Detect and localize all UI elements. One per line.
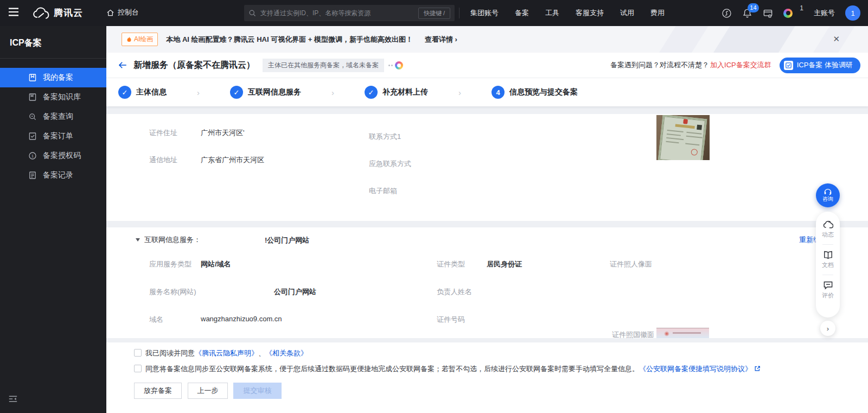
navbar-divider (459, 8, 459, 18)
sidebar-title: ICP备案 (0, 26, 106, 59)
expand-toolbar-chevron-icon[interactable]: › (820, 321, 835, 336)
page-header: 新增服务（原备案不在腾讯云） 主体已在其他服务商备案，域名未备案 备案遇到问题？… (106, 53, 868, 78)
ai-sparkle-icon[interactable] (388, 61, 403, 69)
sidebar-item-knowledge-base[interactable]: 备案知识库 (0, 87, 106, 107)
svg-text:1: 1 (31, 154, 34, 158)
survey-icon (784, 61, 793, 70)
email-label: 电子邮箱 (369, 186, 397, 196)
toolbar-item-docs[interactable]: 文档 (822, 250, 834, 269)
cert-address-value: 广州市天河区' (201, 128, 244, 138)
toolbar-item-feedback[interactable]: 评价 (822, 281, 834, 300)
sidebar-item-filing-query[interactable]: 备案查询 (0, 107, 106, 126)
search-icon (248, 9, 257, 17)
page-title: 新增服务（原备案不在腾讯云） (133, 60, 255, 71)
step-internet-service[interactable]: ✓ 互联网信息服务 (230, 86, 301, 99)
sidebar-item-filing-records[interactable]: 备案记录 (0, 166, 106, 185)
previous-step-button[interactable]: 上一步 (188, 383, 228, 399)
cert-type-value: 居民身份证 (487, 259, 522, 269)
survey-button[interactable]: ICP备案 体验调研 (780, 58, 860, 73)
privacy-statement-link[interactable]: 《腾讯云隐私声明》 (195, 349, 258, 357)
step-indicator: ✓ 主体信息 › ✓ 互联网信息服务 › ✓ 补充材料上传 › 4 信息预览与提… (106, 78, 868, 106)
step-number: 4 (492, 86, 505, 99)
close-icon[interactable]: ✕ (833, 35, 840, 43)
abandon-filing-button[interactable]: 放弃备案 (134, 383, 182, 399)
order-check-icon (28, 132, 37, 141)
collapse-sidebar-icon[interactable] (9, 395, 17, 404)
brand-text: 腾讯云 (54, 7, 83, 19)
back-arrow-icon[interactable] (118, 61, 127, 69)
sidebar-item-auth-code[interactable]: 1 备案授权码 (0, 146, 106, 166)
step-done-check-icon: ✓ (118, 86, 131, 99)
banner-decoration (710, 26, 799, 53)
menu-icon[interactable] (8, 7, 20, 18)
cert-type-label: 证件类型 (437, 259, 465, 269)
sidebar-item-filing-orders[interactable]: 备案订单 (0, 126, 106, 146)
step-chevron-icon: › (197, 88, 200, 97)
floating-toolbar: 动态 文档 评价 (816, 212, 840, 317)
related-terms-link[interactable]: 《相关条款》 (265, 349, 308, 357)
promo-banner: AI绘画 本地 AI 绘画配置难？腾讯云 HAI 可视化界面 + 模型微调，新手… (106, 26, 868, 53)
privacy-agreement-row: 我已阅读并同意《腾讯云隐私声明》、《相关条款》 (134, 348, 308, 358)
account-label[interactable]: 主账号 (814, 8, 835, 18)
step-material-upload[interactable]: ✓ 补充材料上传 (365, 86, 428, 99)
notification-bell-icon[interactable]: 14 (742, 8, 752, 18)
banner-decoration (655, 26, 712, 53)
business-license-photo[interactable] (656, 115, 710, 160)
nav-item-group-account[interactable]: 集团账号 (462, 8, 507, 18)
console-link[interactable]: 控制台 (106, 8, 139, 17)
voice-assistant-icon[interactable] (722, 8, 732, 18)
cloud-sync-icon (823, 220, 833, 229)
banner-details-link[interactable]: 查看详情 › (425, 35, 457, 45)
nav-item-beian[interactable]: 备案 (507, 8, 537, 18)
step-chevron-icon: › (458, 88, 461, 97)
app-type-label: 应用服务类型 (149, 259, 192, 269)
portrait-photo-label: 证件照人像面 (610, 259, 652, 269)
headset-icon (824, 188, 832, 195)
police-filing-protocol-link[interactable]: 《公安联网备案便捷填写说明协议》 (639, 365, 752, 373)
header-right: 备案遇到问题？对流程不清楚？ 加入ICP备案交流群 ICP备案 体验调研 (610, 58, 860, 73)
id-card-emblem-photo[interactable] (656, 328, 709, 338)
sidebar-item-my-filings[interactable]: 我的备案 (0, 68, 106, 87)
cert-number-label: 证件号码 (437, 315, 465, 325)
service-name-label: 服务名称(网站) (149, 287, 196, 297)
global-search-input[interactable] (260, 9, 418, 17)
console-settings-icon[interactable] (763, 8, 773, 18)
join-group-link[interactable]: 加入ICP备案交流群 (710, 60, 771, 70)
filing-type-badge: 主体已在其他服务商备案，域名未备案 (263, 59, 384, 72)
bookmark-icon (28, 73, 37, 82)
nav-item-billing[interactable]: 费用 (642, 8, 673, 18)
nav-item-support[interactable]: 客服支持 (567, 8, 612, 18)
nav-item-trial[interactable]: 试用 (612, 8, 642, 18)
consult-label: 咨询 (822, 195, 833, 203)
flame-icon (126, 36, 132, 43)
contact1-label: 联系方式1 (369, 132, 401, 142)
toolbar-divider (822, 275, 833, 275)
agreement1-text: 我已阅读并同意 (145, 349, 195, 357)
service-section-toggle[interactable]: 互联网信息服务： (136, 235, 201, 245)
nav-item-tools[interactable]: 工具 (537, 8, 567, 18)
toolbar-item-dynamic[interactable]: 动态 (822, 220, 834, 239)
ai-assistant-icon[interactable] (783, 9, 793, 18)
comment-icon (823, 281, 833, 290)
step-done-check-icon: ✓ (230, 86, 243, 99)
tencent-cloud-logo[interactable]: 腾讯云 (33, 7, 83, 19)
step-preview-submit[interactable]: 4 信息预览与提交备案 (492, 86, 578, 99)
global-search: 快捷键 / (244, 5, 455, 21)
help-text: 备案遇到问题？对流程不清楚？ (610, 60, 709, 70)
triangle-down-icon (136, 238, 140, 242)
ai-paint-badge[interactable]: AI绘画 (122, 33, 158, 46)
step-subject-info[interactable]: ✓ 主体信息 (118, 86, 167, 99)
new-feature-count: 1 (800, 4, 803, 12)
account-avatar[interactable]: 1 (845, 5, 860, 21)
privacy-checkbox[interactable] (134, 349, 142, 357)
open-book-icon (823, 250, 833, 259)
mail-address-label: 通信地址 (149, 155, 177, 165)
mail-address-value: 广东省广州市天河区 (201, 155, 264, 165)
domain-value: wangzhanzhizuo9.com.cn (201, 315, 282, 323)
police-sync-checkbox[interactable] (134, 365, 142, 372)
internet-service-card: 互联网信息服务： !公司门户网站 重新编辑 应用服务类型 网站/域名 证件类型 … (106, 227, 868, 338)
submit-review-button[interactable]: 提交审核 (233, 383, 282, 399)
sidebar-menu: 我的备案 备案知识库 备案查询 备案订单 1 备案授权码 备案记录 (0, 68, 106, 185)
sidebar: ICP备案 我的备案 备案知识库 备案查询 备案订单 1 备案授权码 (0, 26, 106, 413)
consult-button[interactable]: 咨询 (816, 183, 840, 207)
